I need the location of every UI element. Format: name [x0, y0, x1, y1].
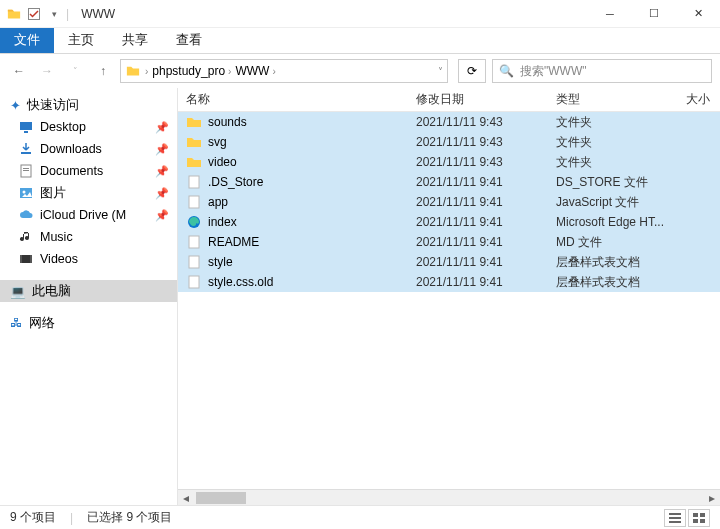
svg-rect-13 — [189, 196, 199, 208]
svg-point-8 — [23, 191, 26, 194]
svg-rect-19 — [669, 517, 681, 519]
table-row[interactable]: svg2021/11/11 9:43文件夹 — [178, 132, 720, 152]
pic-icon — [18, 185, 34, 201]
svg-rect-12 — [189, 176, 199, 188]
file-icon — [186, 234, 202, 250]
file-date: 2021/11/11 9:41 — [408, 275, 548, 289]
scroll-thumb[interactable] — [196, 492, 246, 504]
star-icon: ✦ — [10, 98, 21, 113]
pin-icon: 📌 — [155, 143, 169, 156]
table-row[interactable]: .DS_Store2021/11/11 9:41DS_STORE 文件 — [178, 172, 720, 192]
qat-checkbox-icon[interactable] — [26, 6, 42, 22]
folder-icon — [6, 6, 22, 22]
file-type: DS_STORE 文件 — [548, 174, 678, 191]
sidebar-item[interactable]: Music — [0, 226, 177, 248]
col-size[interactable]: 大小 — [678, 91, 720, 108]
folder-icon — [186, 114, 202, 130]
file-date: 2021/11/11 9:43 — [408, 115, 548, 129]
tab-share[interactable]: 共享 — [108, 28, 162, 53]
search-input[interactable]: 🔍 搜索"WWW" — [492, 59, 712, 83]
file-type: JavaScript 文件 — [548, 194, 678, 211]
file-name: index — [208, 215, 237, 229]
tab-file[interactable]: 文件 — [0, 28, 54, 53]
table-row[interactable]: video2021/11/11 9:43文件夹 — [178, 152, 720, 172]
close-button[interactable]: ✕ — [676, 0, 720, 28]
file-icon — [186, 174, 202, 190]
sidebar-network[interactable]: 🖧 网络 — [0, 312, 177, 334]
sidebar-item[interactable]: iCloud Drive (M📌 — [0, 204, 177, 226]
back-button[interactable]: ← — [8, 60, 30, 82]
table-row[interactable]: style2021/11/11 9:41层叠样式表文档 — [178, 252, 720, 272]
refresh-button[interactable]: ⟳ — [458, 59, 486, 83]
file-type: 文件夹 — [548, 154, 678, 171]
svg-rect-16 — [189, 256, 199, 268]
svg-rect-15 — [189, 236, 199, 248]
network-icon: 🖧 — [10, 316, 23, 330]
table-row[interactable]: sounds2021/11/11 9:43文件夹 — [178, 112, 720, 132]
horizontal-scrollbar[interactable]: ◂ ▸ — [178, 489, 720, 505]
svg-rect-2 — [24, 131, 28, 133]
col-date[interactable]: 修改日期 — [408, 91, 548, 108]
file-type: 文件夹 — [548, 134, 678, 151]
file-area: 名称 修改日期 类型 大小 sounds2021/11/11 9:43文件夹sv… — [178, 88, 720, 505]
up-button[interactable]: ↑ — [92, 60, 114, 82]
sidebar: ✦ 快速访问 Desktop📌Downloads📌Documents📌图片📌iC… — [0, 88, 178, 505]
svg-rect-17 — [189, 276, 199, 288]
table-row[interactable]: app2021/11/11 9:41JavaScript 文件 — [178, 192, 720, 212]
table-row[interactable]: style.css.old2021/11/11 9:41层叠样式表文档 — [178, 272, 720, 292]
col-name[interactable]: 名称 — [178, 91, 408, 108]
svg-rect-21 — [693, 513, 698, 517]
chevron-right-icon[interactable]: › — [145, 66, 148, 77]
doc-icon — [18, 163, 34, 179]
scroll-left-icon[interactable]: ◂ — [178, 491, 194, 505]
cloud-icon — [18, 207, 34, 223]
minimize-button[interactable]: ─ — [588, 0, 632, 28]
breadcrumb-item[interactable]: WWW› — [235, 64, 275, 78]
sidebar-this-pc[interactable]: 💻 此电脑 — [0, 280, 177, 302]
pin-icon: 📌 — [155, 187, 169, 200]
scroll-right-icon[interactable]: ▸ — [704, 491, 720, 505]
nav-bar: ← → ˅ ↑ › phpstudy_pro› WWW› ˅ ⟳ 🔍 搜索"WW… — [0, 54, 720, 88]
folder-icon — [186, 134, 202, 150]
address-bar[interactable]: › phpstudy_pro› WWW› ˅ — [120, 59, 448, 83]
sidebar-quick-access[interactable]: ✦ 快速访问 — [0, 94, 177, 116]
svg-rect-6 — [23, 170, 29, 171]
view-details-button[interactable] — [664, 509, 686, 527]
search-icon: 🔍 — [499, 64, 514, 78]
maximize-button[interactable]: ☐ — [632, 0, 676, 28]
file-type: 层叠样式表文档 — [548, 254, 678, 271]
col-type[interactable]: 类型 — [548, 91, 678, 108]
file-date: 2021/11/11 9:41 — [408, 235, 548, 249]
svg-rect-23 — [693, 519, 698, 523]
recent-dropdown[interactable]: ˅ — [64, 60, 86, 82]
sidebar-item[interactable]: Videos — [0, 248, 177, 270]
file-name: video — [208, 155, 237, 169]
file-type: MD 文件 — [548, 234, 678, 251]
table-row[interactable]: index2021/11/11 9:41Microsoft Edge HT... — [178, 212, 720, 232]
sidebar-item[interactable]: Documents📌 — [0, 160, 177, 182]
tab-home[interactable]: 主页 — [54, 28, 108, 53]
file-type: 层叠样式表文档 — [548, 274, 678, 291]
sidebar-item[interactable]: Desktop📌 — [0, 116, 177, 138]
file-date: 2021/11/11 9:41 — [408, 195, 548, 209]
file-list[interactable]: sounds2021/11/11 9:43文件夹svg2021/11/11 9:… — [178, 112, 720, 489]
svg-rect-1 — [20, 122, 32, 130]
view-icons-button[interactable] — [688, 509, 710, 527]
address-dropdown-icon[interactable]: ˅ — [438, 66, 443, 77]
breadcrumb-item[interactable]: phpstudy_pro› — [152, 64, 231, 78]
file-name: README — [208, 235, 259, 249]
file-icon — [186, 254, 202, 270]
sidebar-item[interactable]: 图片📌 — [0, 182, 177, 204]
forward-button[interactable]: → — [36, 60, 58, 82]
svg-rect-18 — [669, 513, 681, 515]
file-name: style.css.old — [208, 275, 273, 289]
sidebar-item[interactable]: Downloads📌 — [0, 138, 177, 160]
sidebar-item-label: 图片 — [40, 185, 66, 202]
video-icon — [18, 251, 34, 267]
table-row[interactable]: README2021/11/11 9:41MD 文件 — [178, 232, 720, 252]
folder-icon — [125, 63, 141, 79]
tab-view[interactable]: 查看 — [162, 28, 216, 53]
qat-dropdown-icon[interactable]: ▾ — [46, 6, 62, 22]
svg-rect-10 — [20, 255, 22, 263]
file-name: svg — [208, 135, 227, 149]
